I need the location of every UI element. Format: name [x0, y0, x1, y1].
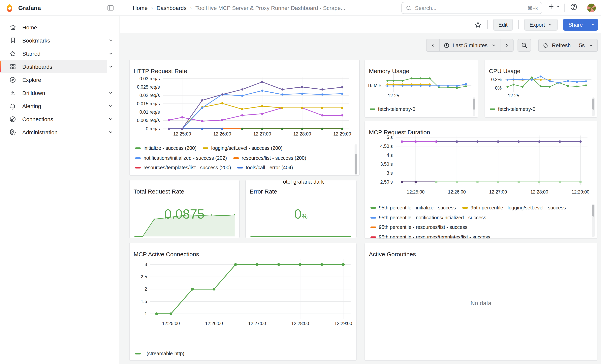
divider [487, 20, 488, 29]
compass-icon [9, 76, 17, 83]
legend-item[interactable]: fetch-telemetry-0 [370, 107, 415, 112]
search-shortcut: ⌘+k [528, 5, 538, 11]
legend-color-chip [371, 227, 376, 228]
memory-usage-chart[interactable]: 16 MiB12:25 [365, 60, 478, 101]
chevron-down-icon[interactable] [108, 64, 113, 69]
legend-item[interactable]: 95th percentile - logging/setLevel - suc… [462, 205, 566, 211]
panel-title[interactable]: Total Request Rate [134, 188, 184, 195]
time-range-picker[interactable]: Last 5 minutes [440, 39, 501, 51]
legend-row: initialize - success (200)logging/setLev… [135, 143, 351, 153]
legend-item[interactable]: tools/call - success (200) [135, 175, 198, 176]
star-icon [9, 50, 17, 57]
svg-text:3 s: 3 s [387, 170, 393, 176]
legend-item[interactable]: tools/list - success (200) [204, 175, 266, 176]
refresh-icon [543, 42, 549, 48]
sidebar-item-explore[interactable]: Explore [0, 73, 119, 86]
svg-text:12:26:00: 12:26:00 [448, 189, 466, 195]
legend-item[interactable]: - (streamable-http) [135, 351, 184, 356]
panel-title[interactable]: MCP Active Connections [134, 251, 199, 258]
panel-title[interactable]: Error Rate [250, 188, 277, 195]
chevron-down-icon[interactable] [108, 38, 113, 43]
legend-item[interactable]: fetch-telemetry-0 [490, 107, 535, 112]
legend-item[interactable]: initialize - success (200) [135, 146, 197, 151]
panel-title[interactable]: Memory Usage [369, 68, 409, 75]
sidebar-item-alerting[interactable]: Alerting [0, 99, 119, 112]
refresh-button[interactable]: Refresh [539, 39, 575, 51]
sidebar-collapse-icon[interactable] [107, 4, 114, 11]
sidebar-item-dashboards[interactable]: Dashboards [0, 60, 107, 73]
chart-legend: initialize - success (200)logging/setLev… [135, 143, 351, 175]
sidebar-item-label: Dashboards [22, 63, 52, 70]
sidebar-item-bookmarks[interactable]: Bookmarks [0, 34, 119, 47]
legend-color-chip [233, 157, 239, 159]
dashboard-toolbar: Edit Export Share [120, 16, 601, 33]
edit-button[interactable]: Edit [493, 19, 513, 31]
chevron-down-icon [548, 22, 552, 27]
svg-text:12:25:00: 12:25:00 [407, 189, 425, 195]
zoom-out-icon [521, 42, 528, 49]
legend-color-chip [462, 207, 468, 209]
share-menu-button[interactable] [588, 19, 598, 31]
chevron-down-icon[interactable] [108, 90, 113, 95]
add-new-button[interactable] [548, 3, 560, 10]
refresh-interval-picker[interactable]: 5s [575, 39, 597, 51]
grafana-logo-icon[interactable] [5, 3, 14, 12]
svg-text:12:27:00: 12:27:00 [248, 321, 266, 326]
zoom-out-button[interactable] [518, 39, 531, 52]
legend-scrollbar[interactable] [355, 154, 357, 175]
legend-item[interactable]: tools/call - error (404) [237, 165, 293, 171]
legend-label: 95th percentile - logging/setLevel - suc… [471, 205, 566, 211]
legend-color-chip [371, 217, 376, 218]
sidebar-item-administration[interactable]: Administration [0, 126, 119, 139]
user-avatar[interactable] [587, 4, 596, 12]
legend-color-chip [490, 108, 495, 110]
stat-value: 0% [246, 207, 356, 222]
legend-item[interactable]: 95th percentile - resources/list - succe… [371, 225, 467, 230]
legend-item[interactable]: 95th percentile - resources/templates/li… [371, 235, 490, 239]
legend-item[interactable]: notifications/initialized - success (202… [135, 155, 227, 161]
panel-title[interactable]: CPU Usage [489, 68, 520, 75]
legend-scrollbar[interactable] [473, 98, 475, 110]
legend-row: resources/templates/list - success (200)… [135, 163, 351, 173]
legend-item[interactable]: 95th percentile - notifications/initiali… [371, 215, 486, 221]
svg-text:0.02 req/s: 0.02 req/s [140, 93, 160, 98]
legend-row: 95th percentile - initialize - success95… [371, 203, 588, 213]
chevron-down-icon[interactable] [108, 103, 113, 108]
time-range-group: Last 5 minutes [426, 39, 514, 52]
legend-item[interactable]: logging/setLevel - success (200) [203, 146, 283, 151]
time-shift-back-button[interactable] [426, 39, 440, 51]
export-button[interactable]: Export [524, 19, 558, 31]
divider [564, 4, 565, 12]
sidebar-item-drilldown[interactable]: Drilldown [0, 86, 119, 99]
sidebar-item-starred[interactable]: Starred [0, 47, 119, 60]
panel-title[interactable]: HTTP Request Rate [134, 68, 187, 75]
panel-title[interactable]: MCP Request Duration [369, 129, 430, 136]
legend-scrollbar[interactable] [592, 205, 594, 216]
time-shift-forward-button[interactable] [501, 39, 513, 51]
svg-text:12:25:00: 12:25:00 [173, 131, 191, 137]
help-icon[interactable] [570, 3, 578, 11]
chevron-down-icon[interactable] [108, 117, 113, 122]
legend-label: fetch-telemetry-0 [498, 107, 535, 112]
sidebar-item-connections[interactable]: Connections [0, 112, 119, 126]
chevron-down-icon[interactable] [108, 51, 113, 56]
chevron-down-icon[interactable] [108, 129, 113, 135]
search-input[interactable]: Search... ⌘+k [401, 2, 542, 14]
svg-text:12:29:00: 12:29:00 [571, 189, 590, 195]
panel-cpu-usage: CPU Usage 0.2%0%12:25 fetch-telemetry-0 [485, 59, 597, 118]
legend-scrollbar[interactable] [592, 98, 594, 110]
sidebar-item-home[interactable]: Home [0, 21, 119, 34]
cpu-usage-chart[interactable]: 0.2%0%12:25 [485, 60, 597, 101]
legend-label: 95th percentile - initialize - success [379, 205, 456, 211]
legend-item[interactable]: 95th percentile - initialize - success [371, 205, 456, 211]
legend-color-chip [135, 167, 141, 169]
legend-item[interactable]: resources/list - success (200) [233, 155, 306, 161]
legend-label: 95th percentile - notifications/initiali… [379, 215, 486, 221]
legend-item[interactable]: resources/templates/list - success (200) [135, 165, 231, 171]
breadcrumb-dashboards[interactable]: Dashboards [156, 5, 186, 11]
chevron-down-icon [556, 4, 560, 9]
favorite-star-icon[interactable] [474, 21, 481, 29]
panel-title[interactable]: Active Goroutines [369, 251, 416, 258]
breadcrumb-home[interactable]: Home [133, 5, 148, 11]
share-button[interactable]: Share [563, 19, 588, 31]
